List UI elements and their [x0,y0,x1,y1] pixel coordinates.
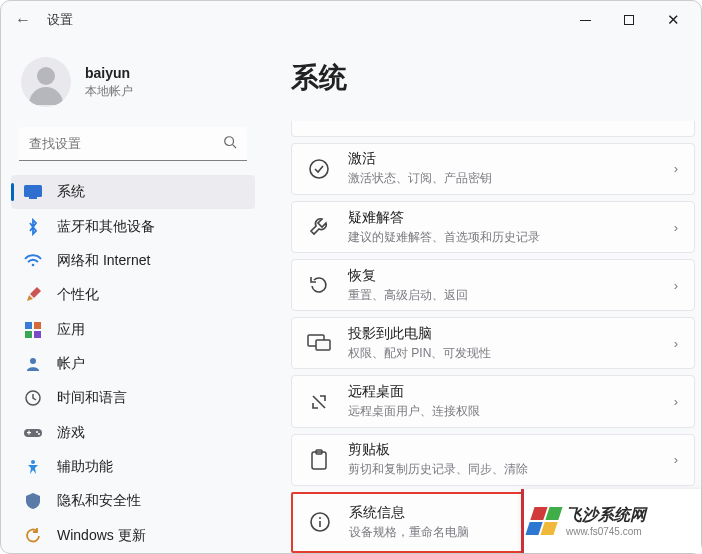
card-sub: 建议的疑难解答、首选项和历史记录 [348,229,674,246]
maximize-button[interactable] [607,4,651,36]
sidebar-item-apps[interactable]: 应用 [11,312,255,346]
sidebar-item-label: 帐户 [57,355,85,373]
sidebar-item-label: 系统 [57,183,85,201]
apps-icon [23,320,43,340]
network-icon [23,251,43,271]
sidebar-item-privacy[interactable]: 隐私和安全性 [11,484,255,518]
recovery-icon [306,272,332,298]
sidebar-item-accounts[interactable]: 帐户 [11,347,255,381]
svg-rect-8 [34,331,41,338]
chevron-right-icon: › [674,336,678,351]
window-title: 设置 [47,11,73,29]
chevron-right-icon: › [674,452,678,467]
svg-rect-19 [316,340,330,350]
card-title: 投影到此电脑 [348,325,674,343]
watermark-logo-icon [530,502,566,540]
card-text: 远程桌面 远程桌面用户、连接权限 [348,383,674,420]
svg-rect-2 [24,185,42,197]
card-sub: 权限、配对 PIN、可发现性 [348,345,674,362]
sidebar-item-accessibility[interactable]: 辅助功能 [11,450,255,484]
sidebar-item-label: 隐私和安全性 [57,492,141,510]
chevron-right-icon: › [674,394,678,409]
sidebar: baiyun 本地帐户 系统 蓝牙和其他设备 [1,39,261,553]
remote-icon [306,389,332,415]
svg-point-16 [31,460,35,464]
back-button[interactable]: ← [7,4,39,36]
user-name: baiyun [85,65,133,81]
sidebar-item-label: 个性化 [57,286,99,304]
system-icon [23,182,43,202]
sidebar-item-time[interactable]: 时间和语言 [11,381,255,415]
close-button[interactable]: ✕ [651,4,695,36]
svg-rect-6 [34,322,41,329]
user-text: baiyun 本地帐户 [85,65,133,100]
sidebar-item-bluetooth[interactable]: 蓝牙和其他设备 [11,209,255,243]
chevron-right-icon: › [674,278,678,293]
card-sub: 重置、高级启动、返回 [348,287,674,304]
avatar [21,57,71,107]
card-title: 远程桌面 [348,383,674,401]
card-remote[interactable]: 远程桌面 远程桌面用户、连接权限 › [291,375,695,427]
bluetooth-icon [23,217,43,237]
accessibility-icon [23,457,43,477]
svg-point-0 [225,137,234,146]
svg-rect-11 [24,429,42,437]
sidebar-item-personalization[interactable]: 个性化 [11,278,255,312]
search-input[interactable] [19,127,247,161]
titlebar: ← 设置 ✕ [1,1,701,39]
sidebar-item-label: 游戏 [57,424,85,442]
personalization-icon [23,285,43,305]
card-text: 剪贴板 剪切和复制历史记录、同步、清除 [348,441,674,478]
svg-rect-5 [25,322,32,329]
card-title: 激活 [348,150,674,168]
project-icon [306,330,332,356]
card-sub: 激活状态、订阅、产品密钥 [348,170,674,187]
card-troubleshoot[interactable]: 疑难解答 建议的疑难解答、首选项和历史记录 › [291,201,695,253]
minimize-button[interactable] [563,4,607,36]
svg-point-24 [319,517,321,519]
time-icon [23,388,43,408]
search-box[interactable] [19,127,247,161]
card-text: 激活 激活状态、订阅、产品密钥 [348,150,674,187]
card-project[interactable]: 投影到此电脑 权限、配对 PIN、可发现性 › [291,317,695,369]
svg-rect-15 [28,430,29,434]
sidebar-item-label: 时间和语言 [57,389,127,407]
card-title: 疑难解答 [348,209,674,227]
sidebar-item-gaming[interactable]: 游戏 [11,416,255,450]
user-sub: 本地帐户 [85,83,133,100]
sidebar-item-update[interactable]: Windows 更新 [11,519,255,553]
avatar-head-icon [37,67,55,85]
sidebar-item-label: 网络和 Internet [57,252,150,270]
card-text: 投影到此电脑 权限、配对 PIN、可发现性 [348,325,674,362]
svg-point-13 [38,433,40,435]
watermark-url: www.fs0745.com [566,526,646,537]
card-title: 剪贴板 [348,441,674,459]
minimize-icon [580,20,591,21]
page-title: 系统 [291,59,701,97]
card-recovery[interactable]: 恢复 重置、高级启动、返回 › [291,259,695,311]
chevron-right-icon: › [674,161,678,176]
card-text: 恢复 重置、高级启动、返回 [348,267,674,304]
sidebar-item-label: Windows 更新 [57,527,146,545]
user-block[interactable]: baiyun 本地帐户 [11,39,255,121]
arrow-left-icon: ← [15,11,31,29]
window-controls: ✕ [563,4,695,36]
svg-rect-7 [25,331,32,338]
card-slice-top[interactable] [291,121,695,137]
activation-icon [306,156,332,182]
sidebar-item-system[interactable]: 系统 [11,175,255,209]
svg-point-9 [30,358,36,364]
watermark-title: 飞沙系统网 [566,505,646,526]
maximize-icon [624,15,634,25]
nav-list: 系统 蓝牙和其他设备 网络和 Internet 个性化 应用 [11,175,255,553]
sidebar-item-network[interactable]: 网络和 Internet [11,244,255,278]
watermark-text: 飞沙系统网 www.fs0745.com [566,505,646,537]
avatar-body-icon [29,87,63,105]
card-clipboard[interactable]: 剪贴板 剪切和复制历史记录、同步、清除 › [291,434,695,486]
svg-point-4 [32,264,35,267]
troubleshoot-icon [306,214,332,240]
sidebar-item-label: 辅助功能 [57,458,113,476]
settings-window: ← 设置 ✕ baiyun 本地帐户 [0,0,702,554]
card-activation[interactable]: 激活 激活状态、订阅、产品密钥 › [291,143,695,195]
main-panel: 系统 激活 激活状态、订阅、产品密钥 › 疑难解答 建议的疑难解答、首选项和历史… [261,39,701,553]
